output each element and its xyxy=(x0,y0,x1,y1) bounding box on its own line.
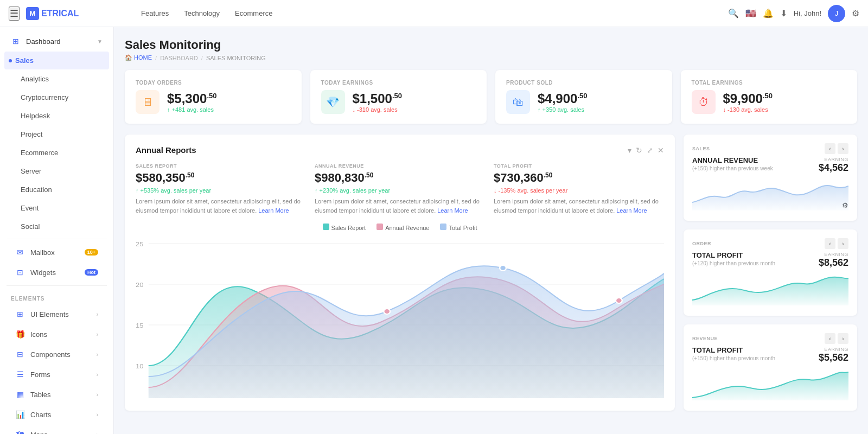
nav-features[interactable]: Features xyxy=(135,6,175,21)
report-stat-sales: SALES REPORT $580,350.50 ↑ +535% avg. sa… xyxy=(136,163,306,215)
mini-card-earning-value-1: $4,562 xyxy=(819,162,848,174)
stat-label-total: TOTAL EARNINGS xyxy=(692,80,847,86)
mini-card-revenue-next-btn[interactable]: › xyxy=(838,333,848,344)
sidebar-item-sales[interactable]: Sales xyxy=(4,52,109,69)
mini-card-order-prev-btn[interactable]: ‹ xyxy=(825,238,835,249)
sidebar-item-cryptocurrency[interactable]: Cryptocurrency xyxy=(4,88,109,106)
refresh-btn[interactable]: ↻ xyxy=(636,146,642,155)
sidebar-icons-label: Icons xyxy=(30,330,47,339)
chevron-right-icon-2: › xyxy=(97,331,98,337)
sidebar-analytics-label: Analytics xyxy=(21,75,49,83)
flag-icon[interactable]: 🇺🇸 xyxy=(745,8,756,18)
sidebar-item-components[interactable]: ⊟ Components › xyxy=(4,344,109,364)
report-stat-revenue-value: $980,830.50 xyxy=(315,171,485,185)
mini-card-revenue-nav: ‹ › xyxy=(825,333,848,344)
mini-card-earning-row-3: TOTAL PROFIT (+150) higher than previous… xyxy=(692,346,848,363)
stat-card-orders: TODAY ORDERS 🖥 $5,300.50 ↑ +481 avg. sal… xyxy=(125,70,302,124)
breadcrumb-dashboard[interactable]: DASHBOARD xyxy=(160,55,198,61)
maps-icon: 🗺 xyxy=(15,430,25,434)
nav-links: Features Technology Ecommerce xyxy=(135,6,728,21)
report-stat-sales-value: $580,350.50 xyxy=(136,171,306,185)
expand-btn[interactable]: ⤢ xyxy=(647,146,653,155)
mini-card-earning-label-2: EARNING xyxy=(819,252,848,257)
stat-body-product: 🛍 $4,900.50 ↑ +350 avg. sales xyxy=(506,90,661,114)
legend-revenue: Annual Revenue xyxy=(376,224,429,231)
stat-card-total: TOTAL EARNINGS ⏱ $9,900.50 ↓ -130 avg. s… xyxy=(681,70,858,124)
bell-icon[interactable]: 🔔 xyxy=(763,8,774,18)
report-stat-revenue-change: ↑ +230% avg. sales per year xyxy=(315,187,485,194)
mini-card-earning-label-1: EARNING xyxy=(819,157,848,162)
report-stat-profit: TOTAL PROFIT $730,360.50 ↓ -135% avg. sa… xyxy=(494,163,664,215)
mini-card-prev-btn[interactable]: ‹ xyxy=(825,143,835,154)
user-avatar[interactable]: J xyxy=(828,5,845,22)
active-dot xyxy=(9,59,12,62)
settings-icon[interactable]: ⚙ xyxy=(852,8,859,18)
stat-body-total: ⏱ $9,900.50 ↓ -130 avg. sales xyxy=(692,90,847,114)
area-chart-container: 25 20 15 10 xyxy=(136,235,664,400)
learn-more-sales[interactable]: Learn More xyxy=(258,207,289,214)
sidebar-item-maps[interactable]: 🗺 Maps › xyxy=(4,425,109,434)
sidebar: ⊞ Dashboard ▼ Sales Analytics Cryptocurr… xyxy=(0,27,114,434)
sidebar-item-charts[interactable]: 📊 Charts › xyxy=(4,405,109,424)
mini-card-earning-3: EARNING $5,562 xyxy=(819,347,848,363)
search-icon[interactable]: 🔍 xyxy=(728,8,739,18)
report-stat-sales-change: ↑ +535% avg. sales per year xyxy=(136,187,306,194)
mini-card-info-1: ANNUAL REVENUE (+150) higher than previo… xyxy=(692,156,773,174)
nav-technology[interactable]: Technology xyxy=(177,6,226,21)
mini-card-subtitle-1: (+150) higher than previous week xyxy=(692,165,773,171)
mini-card-info-3: TOTAL PROFIT (+150) higher than previous… xyxy=(692,346,775,363)
mailbox-icon: ✉ xyxy=(15,247,25,257)
mini-card-order-next-btn[interactable]: › xyxy=(838,238,848,249)
learn-more-revenue[interactable]: Learn More xyxy=(437,207,468,214)
close-btn[interactable]: ✕ xyxy=(658,146,664,155)
sidebar-item-forms[interactable]: ☰ Forms › xyxy=(4,365,109,384)
sidebar-item-mailbox[interactable]: ✉ Mailbox 10+ xyxy=(4,242,109,262)
mini-card-sales-header: SALES ‹ › xyxy=(692,143,848,154)
sidebar-item-education[interactable]: Education xyxy=(4,181,109,199)
mini-card-earning-row-2: TOTAL PROFIT (+120) higher than previous… xyxy=(692,251,848,269)
sidebar-item-widgets[interactable]: ⊡ Widgets Hot xyxy=(4,263,109,282)
mini-card-earning-label-3: EARNING xyxy=(819,347,848,352)
sidebar-item-icons[interactable]: 🎁 Icons › xyxy=(4,324,109,344)
sidebar-item-social[interactable]: Social xyxy=(4,218,109,235)
annual-reports-card: Annual Reports ▾ ↻ ⤢ ✕ SALES REPORT $580… xyxy=(125,135,675,411)
layout: ⊞ Dashboard ▼ Sales Analytics Cryptocurr… xyxy=(0,27,868,434)
sidebar-item-server[interactable]: Server xyxy=(4,162,109,180)
mini-chart-2 xyxy=(692,273,848,305)
sidebar-item-event[interactable]: Event xyxy=(4,199,109,217)
datapoint-1 xyxy=(384,309,390,314)
sidebar-item-ui-elements[interactable]: ⊞ UI Elements › xyxy=(4,304,109,324)
sidebar-crypto-label: Cryptocurrency xyxy=(21,93,68,101)
report-stat-revenue-desc: Lorem ipsum dolor sit amet, consectetur … xyxy=(315,197,485,215)
mini-card-title-1: ANNUAL REVENUE xyxy=(692,156,773,164)
mini-card-next-btn[interactable]: › xyxy=(838,143,848,154)
content-grid: Annual Reports ▾ ↻ ⤢ ✕ SALES REPORT $580… xyxy=(125,135,857,411)
nav-ecommerce[interactable]: Ecommerce xyxy=(228,6,279,21)
breadcrumb-current: SALES MONITORING xyxy=(206,55,266,61)
breadcrumb-home[interactable]: 🏠 HOME xyxy=(125,54,152,61)
logo-icon: M xyxy=(26,7,39,20)
sidebar-item-ecommerce[interactable]: Ecommerce xyxy=(4,144,109,162)
sidebar-item-analytics[interactable]: Analytics xyxy=(4,70,109,88)
report-stat-profit-value: $730,360.50 xyxy=(494,171,664,185)
stat-card-product: PRODUCT SOLD 🛍 $4,900.50 ↑ +350 avg. sal… xyxy=(495,70,672,124)
sidebar-item-helpdesk[interactable]: Helpdesk xyxy=(4,107,109,125)
mini-card-revenue-prev-btn[interactable]: ‹ xyxy=(825,333,835,344)
stat-icon-earnings: 💎 xyxy=(321,90,345,114)
svg-text:10: 10 xyxy=(136,363,144,370)
mini-card-subtitle-2: (+120) higher than previous month xyxy=(692,260,775,266)
download-icon[interactable]: ⬇ xyxy=(780,8,787,18)
sidebar-item-project[interactable]: Project xyxy=(4,125,109,143)
sidebar-item-tables[interactable]: ▦ Tables › xyxy=(4,385,109,404)
datapoint-2 xyxy=(500,265,506,271)
mini-chart-1 xyxy=(692,178,848,210)
learn-more-profit[interactable]: Learn More xyxy=(616,207,647,214)
sidebar-tables-label: Tables xyxy=(30,391,51,399)
chevron-right-icon-7: › xyxy=(97,432,98,435)
sidebar-item-dashboard[interactable]: ⊞ Dashboard ▼ xyxy=(0,31,113,51)
stat-info-product: $4,900.50 ↑ +350 avg. sales xyxy=(538,91,587,113)
hamburger-button[interactable]: ☰ xyxy=(9,7,20,21)
chart-area-profit xyxy=(149,266,664,398)
collapse-btn[interactable]: ▾ xyxy=(628,146,631,155)
stat-label-product: PRODUCT SOLD xyxy=(506,80,661,86)
